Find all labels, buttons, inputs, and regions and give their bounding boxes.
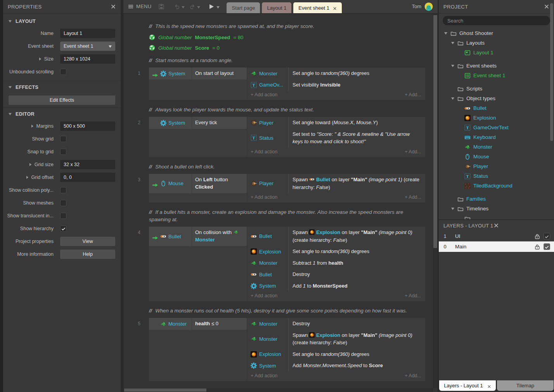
checkbox-show-hierarchy[interactable] <box>60 225 66 232</box>
action-row[interactable]: MonsterSubtract 1 from health <box>247 257 425 269</box>
event-comment[interactable]: //When a monster runs out of health (5 h… <box>149 307 421 314</box>
close-icon[interactable] <box>493 223 499 228</box>
tree-item-families[interactable]: Families <box>439 194 554 204</box>
close-icon[interactable] <box>333 6 337 10</box>
tree-item-mouse[interactable]: Mouse <box>439 152 554 161</box>
action-row[interactable]: ExplosionSet angle to random(360) degree… <box>247 349 425 360</box>
add-more-link[interactable]: + Add... <box>405 92 421 97</box>
tree-item-ghost-shooter[interactable]: Ghost Shooter <box>439 28 554 38</box>
action-row[interactable]: MonsterSpawn Explosion on layer "Main" (… <box>247 330 425 349</box>
condition-cell[interactable]: BulletOn collision with Monster <box>149 227 247 246</box>
layer-row-main[interactable]: 0Main <box>439 241 554 252</box>
section-header-effects[interactable]: EFFECTS <box>3 81 121 93</box>
tab-start-page[interactable]: Start page <box>227 2 260 13</box>
project-scrollbar-thumb[interactable] <box>550 3 553 141</box>
tree-item-event-sheet-1[interactable]: Event sheet 1 <box>439 71 554 80</box>
condition-cell[interactable]: SystemOn start of layout <box>149 68 247 80</box>
tree-item-layouts[interactable]: Layouts <box>439 38 554 48</box>
tree-item-object-types[interactable]: Object types <box>439 94 554 103</box>
play-dropdown-icon[interactable] <box>216 3 220 10</box>
chevron-down-icon[interactable] <box>9 113 12 115</box>
redo-icon[interactable] <box>189 3 196 10</box>
layer-visible-checkbox[interactable] <box>544 233 550 239</box>
vertical-scrollbar[interactable] <box>433 14 438 388</box>
add-action-link[interactable]: + Add action <box>251 194 277 200</box>
condition-cell[interactable]: MouseOn Left button Clicked <box>149 174 247 193</box>
property-input-grid-offset[interactable] <box>60 173 115 182</box>
add-more-link[interactable]: + Add... <box>405 194 421 200</box>
tree-item-layout-1[interactable]: Layout 1 <box>439 48 554 57</box>
redo-dropdown-icon[interactable] <box>197 3 200 10</box>
tab-event-sheet-1[interactable]: Event sheet 1 <box>293 2 342 13</box>
checkbox-show-grid[interactable] <box>60 136 66 142</box>
button-help[interactable]: Help <box>60 250 115 259</box>
add-action-link[interactable]: + Add action <box>251 92 277 97</box>
section-header-editor[interactable]: EDITOR <box>3 108 121 120</box>
property-select-event-sheet[interactable]: Event sheet 1 <box>60 42 115 51</box>
add-action-link[interactable]: + Add action <box>251 293 277 298</box>
edit-effects-button[interactable]: Edit Effects <box>9 95 115 105</box>
add-more-link[interactable]: + Add... <box>405 373 421 378</box>
checkbox-unbounded-scrolling[interactable] <box>60 69 66 75</box>
event-block[interactable]: SystemOn start of layoutMonsterSet angle… <box>149 68 425 100</box>
event-comment[interactable]: //Shoot a bullet on left click. <box>149 163 421 170</box>
tree-item-explosion[interactable]: Explosion <box>439 113 554 123</box>
event-block[interactable]: Monsterhealth ≤ 0MonsterDestroyMonsterSp… <box>149 318 425 381</box>
global-variable[interactable]: Global numberScore= 0 <box>149 45 433 51</box>
action-row[interactable]: TGameOv...Set visibility Invisible <box>247 79 425 91</box>
condition-cell[interactable]: SystemEvery tick <box>149 117 247 129</box>
undo-dropdown-icon[interactable] <box>182 3 185 10</box>
horizontal-scrollbar[interactable] <box>123 388 433 392</box>
tree-expander[interactable] <box>450 42 457 44</box>
chevron-down-icon[interactable] <box>9 20 12 23</box>
tree-expander[interactable] <box>450 65 457 67</box>
chevron-right-icon[interactable] <box>31 125 33 128</box>
tree-expander[interactable] <box>450 208 457 210</box>
lock-icon[interactable] <box>534 244 540 250</box>
layer-visible-checkbox[interactable] <box>544 243 550 250</box>
global-variable[interactable]: Global numberMonsterSpeed= 80 <box>149 34 433 40</box>
chevron-down-icon[interactable] <box>451 65 454 67</box>
bottom-tab-layers-layout-1[interactable]: Layers - Layout 1 <box>439 380 496 391</box>
action-row[interactable]: BulletDestroy <box>247 269 425 280</box>
user-avatar[interactable] <box>424 2 433 11</box>
chevron-down-icon[interactable] <box>451 208 454 210</box>
save-icon[interactable] <box>158 3 164 10</box>
tree-item-gameovertext[interactable]: TGameOverText <box>439 123 554 132</box>
property-input-size[interactable] <box>60 54 115 64</box>
vertical-scrollbar-thumb[interactable] <box>433 15 437 248</box>
event-comment[interactable]: //Start monsters at a random angle. <box>149 57 421 64</box>
chevron-down-icon[interactable] <box>451 97 454 100</box>
event-block[interactable]: MouseOn Left button ClickedPlayerSpawn B… <box>149 174 425 203</box>
tree-item-monster[interactable]: Monster <box>439 142 554 152</box>
add-action-link[interactable]: + Add action <box>251 373 277 378</box>
tab-layout-1[interactable]: Layout 1 <box>262 2 291 13</box>
tree-item-bullet[interactable]: Bullet <box>439 103 554 113</box>
checkbox-show-translucent-in[interactable] <box>60 213 66 219</box>
tree-item-timelines[interactable]: Timelines <box>439 204 554 213</box>
tree-item-status[interactable]: TStatus <box>439 171 554 181</box>
checkbox-show-meshes[interactable] <box>60 200 66 206</box>
action-row[interactable]: BulletSpawn Explosion on layer "Main" (i… <box>247 227 425 246</box>
add-more-link[interactable]: + Add... <box>405 149 421 154</box>
tree-expander[interactable] <box>443 32 450 35</box>
undo-icon[interactable] <box>174 3 180 10</box>
event-comment[interactable]: //This is the speed new monsters are spa… <box>149 23 421 30</box>
tree-item-event-sheets[interactable]: Event sheets <box>439 61 554 71</box>
chevron-right-icon[interactable] <box>26 176 28 179</box>
event-block[interactable]: SystemEvery tickPlayerSet angle toward (… <box>149 117 425 157</box>
play-icon[interactable] <box>209 4 214 9</box>
action-row[interactable]: PlayerSet angle toward (Mouse.X, Mouse.Y… <box>247 117 425 128</box>
tree-item-player[interactable]: Player <box>439 161 554 171</box>
checkbox-snap-to-grid[interactable] <box>60 149 66 155</box>
action-row[interactable]: ExplosionSet angle to random(360) degree… <box>247 246 425 257</box>
action-row[interactable]: MonsterDestroy <box>247 318 425 330</box>
chevron-down-icon[interactable] <box>444 32 447 35</box>
tree-item-folder[interactable] <box>439 213 554 219</box>
button-view[interactable]: View <box>60 237 115 246</box>
tree-item-tiledbackground[interactable]: TiledBackground <box>439 181 554 191</box>
checkbox-show-collision-poly[interactable] <box>60 187 66 193</box>
tree-item-scripts[interactable]: Scripts <box>439 84 554 94</box>
close-icon[interactable] <box>544 4 549 9</box>
add-action-link[interactable]: + Add action <box>251 149 277 154</box>
